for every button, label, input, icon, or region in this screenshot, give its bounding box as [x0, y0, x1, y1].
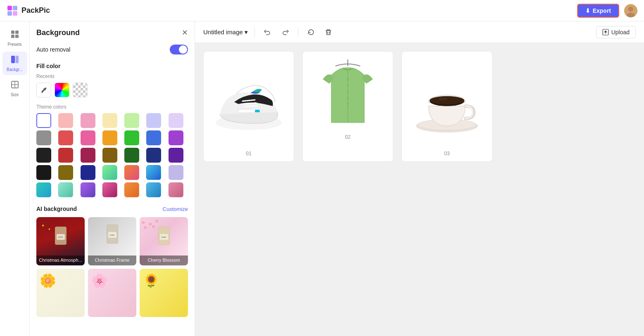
- color-swatch-4[interactable]: [124, 113, 139, 128]
- ai-bg-item-row2-2[interactable]: 🌸: [88, 269, 136, 317]
- color-swatch-8[interactable]: [58, 130, 73, 145]
- undo-icon: [264, 28, 271, 36]
- color-swatch-11[interactable]: [124, 130, 139, 145]
- ai-background-grid: ✦✦DOSEChristmas Atmosph...DOSEChristmas …: [36, 217, 188, 317]
- color-swatch-14[interactable]: [36, 148, 51, 163]
- color-swatch-21[interactable]: [36, 165, 51, 180]
- redo-button[interactable]: [279, 27, 291, 38]
- color-swatch-0[interactable]: [36, 113, 51, 128]
- left-panel: Background ✕ Auto removal Fill color Rec…: [30, 21, 195, 336]
- svg-rect-12: [11, 56, 15, 63]
- customize-link[interactable]: Customize: [163, 206, 188, 212]
- canvas-card-02[interactable]: 02: [302, 51, 393, 162]
- ai-bg-item-christmas-atm[interactable]: ✦✦DOSEChristmas Atmosph...: [36, 217, 85, 265]
- ai-bg-label-christmas-frame: Christmas Frame: [88, 256, 136, 265]
- eyedropper-tool[interactable]: [36, 83, 51, 97]
- color-swatch-19[interactable]: [146, 148, 161, 163]
- color-swatch-6[interactable]: [169, 113, 183, 128]
- size-icon: [10, 80, 19, 91]
- color-swatch-17[interactable]: [102, 148, 117, 163]
- color-swatch-3[interactable]: [102, 113, 117, 128]
- color-swatch-12[interactable]: [146, 130, 161, 145]
- delete-button[interactable]: [322, 27, 335, 38]
- svg-rect-13: [16, 56, 19, 63]
- panel-close-button[interactable]: ✕: [182, 28, 188, 37]
- ai-bg-item-row2-1[interactable]: 🌼: [36, 269, 85, 317]
- color-swatch-24[interactable]: [102, 165, 117, 180]
- color-picker-rainbow[interactable]: [55, 83, 69, 97]
- color-swatch-27[interactable]: [169, 165, 183, 180]
- svg-point-33: [347, 97, 349, 99]
- svg-point-30: [347, 78, 349, 80]
- color-swatch-34[interactable]: [169, 182, 183, 197]
- canvas-image-01: [208, 57, 289, 147]
- svg-rect-27: [255, 110, 260, 112]
- color-swatch-18[interactable]: [124, 148, 139, 163]
- panel-title: Background: [36, 28, 80, 37]
- color-grid: [36, 113, 188, 197]
- color-transparent[interactable]: [73, 83, 88, 97]
- sidebar-item-size[interactable]: Size: [2, 77, 27, 100]
- ai-bg-item-row2-3[interactable]: 🌻: [140, 269, 188, 317]
- svg-rect-10: [15, 35, 19, 38]
- color-swatch-22[interactable]: [58, 165, 73, 180]
- color-swatch-13[interactable]: [169, 130, 183, 145]
- export-icon: ⬇: [585, 7, 590, 14]
- toolbar-divider-1: [254, 27, 255, 37]
- svg-rect-2: [7, 11, 12, 16]
- color-swatch-23[interactable]: [81, 165, 95, 180]
- ai-bg-item-christmas-frame[interactable]: DOSEChristmas Frame: [88, 217, 136, 265]
- sidebar-item-presets[interactable]: Presets: [2, 26, 27, 50]
- svg-point-32: [347, 91, 349, 92]
- color-swatch-10[interactable]: [102, 130, 117, 145]
- color-swatch-1[interactable]: [58, 113, 73, 128]
- canvas-card-label-02: 02: [345, 134, 350, 140]
- upload-button[interactable]: Upload: [596, 26, 636, 38]
- color-swatch-5[interactable]: [146, 113, 161, 128]
- toggle-knob: [179, 45, 187, 54]
- shoe-image: [211, 65, 286, 139]
- presets-label: Presets: [8, 42, 22, 47]
- svg-rect-17: [41, 92, 43, 93]
- svg-point-39: [438, 97, 448, 101]
- canvas-card-03[interactable]: 03: [402, 51, 492, 162]
- color-swatch-31[interactable]: [102, 182, 117, 197]
- color-swatch-16[interactable]: [81, 148, 95, 163]
- title-chevron-icon: ▾: [245, 28, 248, 36]
- canvas-image-02: [307, 57, 388, 131]
- color-swatch-2[interactable]: [81, 113, 95, 128]
- color-swatch-9[interactable]: [81, 130, 95, 145]
- canvas-image-03: [406, 57, 487, 147]
- canvas-title[interactable]: Untitled image ▾: [203, 28, 248, 36]
- rotate-button[interactable]: [305, 27, 317, 38]
- recents-row: [36, 83, 188, 97]
- sidebar-item-background[interactable]: Backgr...: [2, 52, 27, 75]
- color-swatch-26[interactable]: [146, 165, 161, 180]
- canvas-card-01[interactable]: 01: [203, 51, 294, 162]
- trash-icon: [325, 28, 332, 36]
- color-swatch-30[interactable]: [81, 182, 95, 197]
- color-swatch-32[interactable]: [124, 182, 139, 197]
- ai-background-header: AI background Customize: [36, 206, 188, 212]
- avatar[interactable]: [624, 4, 637, 17]
- auto-removal-row: Auto removal: [36, 45, 188, 54]
- upload-label: Upload: [611, 29, 630, 35]
- auto-removal-toggle[interactable]: [170, 45, 188, 54]
- svg-point-5: [628, 7, 633, 12]
- color-swatch-33[interactable]: [146, 182, 161, 197]
- color-swatch-25[interactable]: [124, 165, 139, 180]
- ai-bg-item-cherry-blossom[interactable]: ✿✿✿✿✿DOSECherry Blossom: [140, 217, 188, 265]
- undo-button[interactable]: [261, 27, 274, 38]
- export-label: Export: [593, 7, 611, 14]
- color-swatch-15[interactable]: [58, 148, 73, 163]
- color-swatch-29[interactable]: [58, 182, 73, 197]
- color-swatch-20[interactable]: [169, 148, 183, 163]
- canvas-card-label-03: 03: [444, 151, 449, 156]
- export-button[interactable]: ⬇ Export: [577, 4, 619, 18]
- coffee-image: [410, 65, 484, 139]
- app-logo: PackPic: [7, 5, 50, 17]
- color-swatch-7[interactable]: [36, 130, 51, 145]
- svg-point-38: [430, 96, 464, 104]
- main-layout: Presets Backgr... Size: [0, 21, 644, 336]
- color-swatch-28[interactable]: [36, 182, 51, 197]
